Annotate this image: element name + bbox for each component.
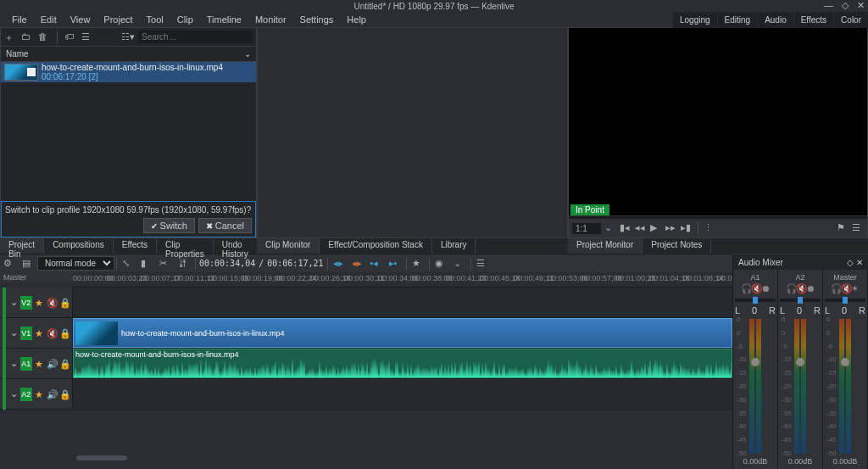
overwrite-icon[interactable]: ▪◂ [370,258,382,270]
tab-clip-properties[interactable]: Clip Properties [157,238,214,254]
minimize-icon[interactable]: — [824,0,833,11]
tab-effects[interactable]: Effects [793,12,833,28]
headphone-icon[interactable]: 🎧 [831,283,839,292]
pan-slider[interactable] [780,299,821,302]
mute-icon[interactable]: 🔇 [47,328,57,338]
speaker-icon[interactable]: 🔊 [47,359,57,369]
timeline-ruler[interactable]: 00:00:00:0000:00:03;2300:00:07;1700:00:1… [73,272,732,288]
tab-project-bin[interactable]: Project Bin [0,238,44,254]
close-icon[interactable]: ✕ [856,258,863,267]
favorite-icon[interactable]: ★ [412,258,424,270]
lock-icon[interactable]: 🔒 [59,389,70,399]
menu-file[interactable]: File [5,13,34,26]
track-label[interactable]: V1 [20,327,33,340]
timeline-audio-clip[interactable]: how-to-create-mount-and-burn-isos-in-lin… [73,349,732,378]
mute-icon[interactable]: 🔇 [47,298,57,308]
level-meter[interactable]: 60-6-10-15-20-30-35-40-45-50 [780,315,821,457]
undock-icon[interactable]: ◇ [847,258,854,267]
tab-compositions[interactable]: Compositions [44,238,114,254]
tab-project-monitor[interactable]: Project Monitor [568,238,643,254]
menu-help[interactable]: Help [340,13,373,26]
fader-handle[interactable] [796,358,804,366]
search-input[interactable] [138,31,253,43]
fader-handle[interactable] [841,358,849,366]
chevron-down-icon[interactable]: ⌄ [604,222,616,234]
zoom-select[interactable] [572,223,601,234]
track-label[interactable]: A1 [20,357,33,371]
track-label[interactable]: A2 [20,388,33,401]
track-label[interactable]: V2 [20,296,33,310]
mute-icon[interactable]: 🔇 [751,283,760,292]
tab-color[interactable]: Color [833,12,868,28]
insert-icon[interactable]: ▸▪ [389,258,401,270]
menu-timeline[interactable]: Timeline [200,13,248,26]
star-icon[interactable]: ★ [35,389,44,399]
track-compositing-icon[interactable]: ▤ [22,258,34,270]
tab-library[interactable]: Library [432,238,476,254]
monitor-viewport[interactable]: In Point [569,28,867,215]
level-meter[interactable]: 60-6-10-15-20-30-35-40-45-50 [735,315,776,457]
lock-icon[interactable]: 🔒 [59,328,70,338]
add-clip-icon[interactable]: ＋▾ [4,31,16,43]
options-icon[interactable]: ☰ [852,222,864,234]
marker-icon[interactable]: ⚑ [837,222,849,234]
menu-project[interactable]: Project [97,13,139,26]
chevron-down-icon[interactable]: ⌄ [10,327,18,338]
zone-out-icon[interactable]: ◂▸ [352,258,364,270]
spacer-tool-icon[interactable]: ✂ [159,258,171,270]
tab-clip-monitor[interactable]: Clip Monitor [257,238,320,254]
timeline-scrollbar[interactable] [76,455,127,461]
record-icon[interactable]: ⏺ [761,283,770,292]
master-track-header[interactable]: Master [0,272,73,282]
effects-icon[interactable]: ✶ [851,283,860,292]
filter-icon[interactable]: ☰ [81,31,93,43]
tab-audio[interactable]: Audio [757,12,793,28]
maximize-icon[interactable]: ◇ [842,0,849,11]
headphone-icon[interactable]: 🎧 [786,283,794,292]
menu-settings[interactable]: Settings [293,13,341,26]
bin-header[interactable]: Name ⌄ [1,47,256,62]
mute-icon[interactable]: 🔇 [796,283,804,292]
tab-effects[interactable]: Effects [114,238,157,254]
menu-clip[interactable]: Clip [170,13,200,26]
chevron-down-icon[interactable]: ⌄ [10,297,18,308]
close-icon[interactable]: ✕ [857,0,865,11]
star-icon[interactable]: ★ [35,328,44,338]
chevron-down-icon[interactable]: ⌄ [10,388,18,399]
forward-icon[interactable]: ▸▸ [665,222,677,234]
more-icon[interactable]: ⋮ [704,222,715,234]
tab-editing[interactable]: Editing [717,12,758,28]
switch-button[interactable]: ✔ Switch [143,218,195,233]
folder-icon[interactable]: 🗀 [21,31,33,43]
speaker-icon[interactable]: 🔊 [47,389,57,399]
zone-in-icon[interactable]: ◂▸ [333,258,345,270]
forward-end-icon[interactable]: ▸▮ [681,222,693,234]
edit-mode-select[interactable]: Normal mode [37,256,114,271]
fader-handle[interactable] [751,358,760,366]
tab-project-notes[interactable]: Project Notes [643,238,711,254]
chevron-down-icon[interactable]: ⌄ [453,258,465,270]
gear-icon[interactable]: ⚙ [3,258,15,270]
delete-icon[interactable]: 🗑 [38,31,50,43]
menu-edit[interactable]: Edit [34,13,64,26]
menu-view[interactable]: View [64,13,97,26]
preview-render-icon[interactable]: ◉ [435,258,447,270]
tag-icon[interactable]: 🏷 [64,31,76,43]
pan-slider[interactable] [825,299,865,302]
tab-logging[interactable]: Logging [672,12,717,28]
rewind-icon[interactable]: ◂◂ [635,222,647,234]
record-icon[interactable]: ⏺ [806,283,815,292]
pan-slider[interactable] [735,299,776,302]
play-icon[interactable]: ▶ [650,222,662,234]
show-audio-icon[interactable]: ☰ [476,258,488,270]
cancel-button[interactable]: ✖ Cancel [198,218,252,233]
slip-tool-icon[interactable]: ⭿ [178,258,190,270]
razor-tool-icon[interactable]: ▮ [141,258,153,270]
lock-icon[interactable]: 🔒 [59,298,70,308]
mute-icon[interactable]: 🔇 [841,283,849,292]
chevron-down-icon[interactable]: ⌄ [244,49,251,59]
headphone-icon[interactable]: 🎧 [741,283,749,292]
tab-effect-stack[interactable]: Effect/Composition Stack [320,238,432,254]
timeline-video-clip[interactable]: how-to-create-mount-and-burn-isos-in-lin… [73,318,732,348]
tab-undo-history[interactable]: Undo History [214,238,258,254]
